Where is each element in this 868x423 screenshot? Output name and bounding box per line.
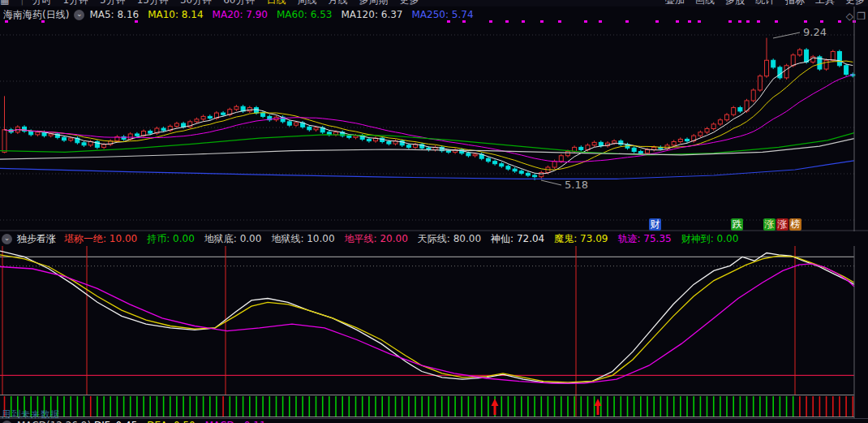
indicator-field: 持币: 0.00	[147, 233, 195, 244]
toolbar-separator: |	[20, 0, 24, 6]
ma-legend-item: MA60: 6.53	[277, 9, 332, 20]
macd-field: MACD: -0.11	[205, 420, 266, 423]
quick-badge[interactable]: 涨	[763, 218, 776, 231]
quick-badge[interactable]: 财	[649, 218, 661, 231]
macd-label: MACD(12,26,9)	[17, 420, 91, 423]
ma-legend-item: MA250: 5.74	[411, 9, 473, 20]
tab-月线[interactable]: 月线	[329, 0, 348, 6]
toolbar-多股[interactable]: 多股	[725, 0, 745, 6]
chart-title-row: 海南海药(日线)⌄MA5: 8.16MA10: 8.14MA20: 7.90MA…	[0, 6, 868, 23]
macd-field: DEA: 0.50	[147, 420, 195, 423]
svg-text:5.18: 5.18	[565, 179, 588, 191]
indicator-field: 地平线: 20.00	[345, 233, 408, 244]
app-window: 9.245.18 ▦|分时1分钟5分钟15分钟30分钟60分钟日线周线月线多周期…	[0, 0, 868, 423]
tab-1分钟[interactable]: 1分钟	[62, 0, 88, 6]
toolbar-right-items: 叠加画线多股统计指标工具更多	[655, 0, 865, 6]
tab-5分钟[interactable]: 5分钟	[100, 0, 126, 6]
chart-canvas[interactable]: 9.245.18	[0, 0, 868, 423]
indicator-name: 独步看涨	[17, 233, 56, 244]
indicator-field: 地狱底: 0.00	[204, 233, 262, 244]
tab-周线[interactable]: 周线	[298, 0, 317, 6]
toolbar-工具[interactable]: 工具	[815, 0, 835, 6]
tab-30分钟[interactable]: 30分钟	[180, 0, 212, 6]
indicator-field: 财神到: 0.00	[681, 233, 739, 244]
toolbar-统计[interactable]: 统计	[755, 0, 775, 6]
tab-日线[interactable]: 日线	[267, 0, 286, 6]
window-icon[interactable]: ▦	[0, 0, 9, 6]
macd-fields: DIF: 0.45DEA: 0.50MACD: -0.11	[91, 420, 275, 423]
indicator-field: 地狱线: 10.00	[271, 233, 334, 244]
indicator-field: 轨迹: 75.35	[617, 233, 671, 244]
top-toolbar: ▦|分时1分钟5分钟15分钟30分钟60分钟日线周线月线多周期更多 叠加画线多股…	[0, 0, 868, 6]
quick-badge[interactable]: 榜	[789, 218, 801, 231]
indicator-field: 天际线: 80.00	[418, 233, 481, 244]
toolbar-指标[interactable]: 指标	[785, 0, 805, 6]
indicator-fields: 堪称一绝: 10.00持币: 0.00地狱底: 0.00地狱线: 10.00地平…	[64, 233, 748, 244]
stock-title: 海南海药(日线)	[3, 9, 69, 20]
tab-15分钟[interactable]: 15分钟	[137, 0, 169, 6]
tab-多周期[interactable]: 多周期	[359, 0, 389, 6]
ma-legend-item: MA20: 7.90	[213, 9, 268, 20]
quick-badge[interactable]: 涨	[776, 218, 789, 231]
panel-icon[interactable]: ❐	[857, 8, 866, 24]
collapse-indicator-icon[interactable]: ⌄	[2, 234, 12, 244]
ma-legend-item: MA5: 8.16	[89, 9, 139, 20]
svg-text:9.24: 9.24	[803, 26, 827, 38]
indicator-field: 魔鬼: 73.09	[554, 233, 608, 244]
macd-field: DIF: 0.45	[94, 420, 137, 423]
tab-分时[interactable]: 分时	[32, 0, 51, 6]
toolbar-画线[interactable]: 画线	[695, 0, 715, 6]
macd-status-row[interactable]: ⌄MACD(12,26,9) DIF: 0.45DEA: 0.50MACD: -…	[0, 419, 868, 423]
indicator-field: 神仙: 72.04	[491, 233, 544, 244]
ma-legend: MA5: 8.16MA10: 8.14MA20: 7.90MA60: 6.53M…	[89, 9, 482, 20]
tab-60分钟[interactable]: 60分钟	[223, 0, 255, 6]
toolbar-叠加[interactable]: 叠加	[665, 0, 685, 6]
indicator-field: 堪称一绝: 10.00	[64, 233, 137, 244]
quick-badge[interactable]: 跌	[731, 218, 743, 231]
indicator-header[interactable]: ⌄独步看涨堪称一绝: 10.00持币: 0.00地狱底: 0.00地狱线: 10…	[0, 231, 868, 246]
ma-legend-item: MA120: 6.37	[341, 9, 402, 20]
collapse-chart-icon[interactable]: ⌄	[74, 10, 84, 20]
toolbar-更多[interactable]: 更多	[845, 0, 865, 6]
tab-更多[interactable]: 更多	[400, 0, 419, 6]
diamond-icon[interactable]: ◇	[846, 8, 853, 24]
ma-legend-item: MA10: 8.14	[148, 9, 203, 20]
